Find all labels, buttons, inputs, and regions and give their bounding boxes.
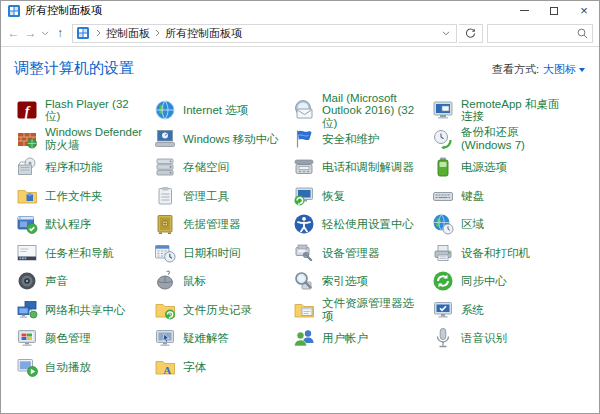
item-label: 自动播放	[45, 361, 91, 374]
breadcrumb-separator-icon	[152, 29, 163, 37]
view-by-label: 查看方式:	[492, 62, 539, 77]
back-button[interactable]: ←	[5, 26, 22, 40]
minimize-button[interactable]	[509, 1, 539, 20]
control-panel-item[interactable]: 轻松使用设置中心	[288, 210, 427, 239]
control-panel-item[interactable]: Windows 移动中心	[149, 125, 288, 154]
control-panel-item[interactable]: 颜色管理	[11, 324, 149, 353]
breadcrumb-control-panel[interactable]: 控制面板	[104, 26, 152, 41]
address-bar[interactable]: 控制面板 所有控制面板项	[72, 24, 457, 43]
control-panel-item[interactable]: 键盘	[427, 182, 587, 211]
item-label: 设备管理器	[322, 247, 380, 260]
search-input[interactable]	[488, 25, 572, 42]
maximize-icon	[550, 7, 558, 15]
search-box[interactable]	[487, 24, 593, 43]
control-panel-item[interactable]: 默认程序	[11, 210, 149, 239]
maximize-button[interactable]	[539, 1, 569, 20]
sound-icon	[16, 270, 38, 292]
control-panel-item[interactable]: 语音识别	[427, 324, 587, 353]
control-panel-item[interactable]: 任务栏和导航	[11, 239, 149, 268]
item-label: 任务栏和导航	[45, 247, 114, 260]
control-panel-item[interactable]: 声音	[11, 267, 149, 296]
control-panel-item[interactable]: 电话和调制解调器	[288, 153, 427, 182]
control-panel-item[interactable]: 程序和功能	[11, 153, 149, 182]
item-label: 区域	[461, 218, 484, 231]
control-panel-item[interactable]: RemoteApp 和桌面连接	[427, 96, 587, 125]
svg-text:A: A	[163, 363, 171, 375]
control-panel-item[interactable]: 文件资源管理器选项	[288, 296, 427, 325]
control-panel-item[interactable]: 设备和打印机	[427, 239, 587, 268]
control-panel-item[interactable]: 索引选项	[288, 267, 427, 296]
control-panel-item[interactable]: 自动播放	[11, 353, 149, 382]
power-options-icon	[432, 156, 454, 178]
item-label: 程序和功能	[45, 161, 103, 174]
control-panel-item[interactable]: Internet 选项	[149, 96, 288, 125]
defender-firewall-icon	[16, 128, 38, 150]
control-panel-item[interactable]: 备份和还原(Windows 7)	[427, 125, 587, 154]
breadcrumb-all-items[interactable]: 所有控制面板项	[163, 26, 244, 41]
up-button[interactable]: ↑	[51, 26, 69, 40]
file-explorer-options-icon	[293, 299, 315, 321]
control-panel-item[interactable]: 鼠标	[149, 267, 288, 296]
phone-modem-icon	[293, 156, 315, 178]
item-label: Windows Defender 防火墙	[45, 126, 147, 151]
control-panel-item[interactable]: 安全和维护	[288, 125, 427, 154]
item-label: 疑难解答	[183, 332, 229, 345]
control-panel-item[interactable]: 文件历史记录	[149, 296, 288, 325]
control-panel-item[interactable]: 用户帐户	[288, 324, 427, 353]
mail-icon	[293, 99, 315, 121]
item-label: 语音识别	[461, 332, 507, 345]
control-panel-item[interactable]: Mail (Microsoft Outlook 2016) (32 位)	[288, 96, 427, 125]
view-by-dropdown[interactable]: 大图标	[543, 62, 585, 77]
storage-spaces-icon	[154, 156, 176, 178]
item-label: 系统	[461, 304, 484, 317]
item-label: 声音	[45, 275, 68, 288]
view-by-control: 查看方式: 大图标	[492, 62, 585, 77]
region-icon	[432, 213, 454, 235]
item-label: 电源选项	[461, 161, 507, 174]
control-panel-item[interactable]: 恢复	[288, 182, 427, 211]
refresh-button[interactable]	[459, 24, 483, 43]
control-panel-item[interactable]: 工作文件夹	[11, 182, 149, 211]
item-label: 轻松使用设置中心	[322, 218, 414, 231]
item-label: 网络和共享中心	[45, 304, 126, 317]
control-panel-item[interactable]: fFlash Player (32 位)	[11, 96, 149, 125]
control-panel-item[interactable]: 日期和时间	[149, 239, 288, 268]
control-panel-item[interactable]: A字体	[149, 353, 288, 382]
chevron-down-icon	[442, 31, 450, 36]
item-label: RemoteApp 和桌面连接	[461, 98, 563, 123]
indexing-options-icon	[293, 270, 315, 292]
control-panel-app-icon	[8, 5, 20, 17]
control-panel-item[interactable]: 网络和共享中心	[11, 296, 149, 325]
control-panel-icon	[77, 27, 89, 39]
control-panel-window: { "colors": { "accent_blue": "#0a63c9", …	[0, 0, 600, 414]
ease-of-access-icon	[293, 213, 315, 235]
control-panel-item[interactable]: 凭据管理器	[149, 210, 288, 239]
control-panel-item[interactable]: 电源选项	[427, 153, 587, 182]
control-panel-item[interactable]: 同步中心	[427, 267, 587, 296]
programs-features-icon	[16, 156, 38, 178]
item-label: 设备和打印机	[461, 247, 530, 260]
sync-center-icon	[432, 270, 454, 292]
recovery-icon	[293, 185, 315, 207]
autoplay-icon	[16, 356, 38, 378]
item-label: 日期和时间	[183, 247, 241, 260]
default-programs-icon	[16, 213, 38, 235]
control-panel-item[interactable]: 设备管理器	[288, 239, 427, 268]
item-label: 管理工具	[183, 190, 229, 203]
control-panel-item[interactable]: 管理工具	[149, 182, 288, 211]
chevron-down-icon	[41, 31, 49, 36]
close-button[interactable]: ×	[569, 1, 599, 20]
recent-locations-button[interactable]	[39, 31, 51, 36]
control-panel-item[interactable]: Windows Defender 防火墙	[11, 125, 149, 154]
control-panel-item[interactable]: 存储空间	[149, 153, 288, 182]
system-icon	[432, 299, 454, 321]
control-panel-item[interactable]: 系统	[427, 296, 587, 325]
item-label: 工作文件夹	[45, 190, 103, 203]
item-label: 同步中心	[461, 275, 507, 288]
control-panel-item[interactable]: 疑难解答	[149, 324, 288, 353]
address-dropdown-button[interactable]	[438, 31, 454, 36]
item-label: 字体	[183, 361, 206, 374]
forward-button[interactable]: →	[22, 26, 39, 40]
remoteapp-icon	[432, 99, 454, 121]
control-panel-item[interactable]: 区域	[427, 210, 587, 239]
